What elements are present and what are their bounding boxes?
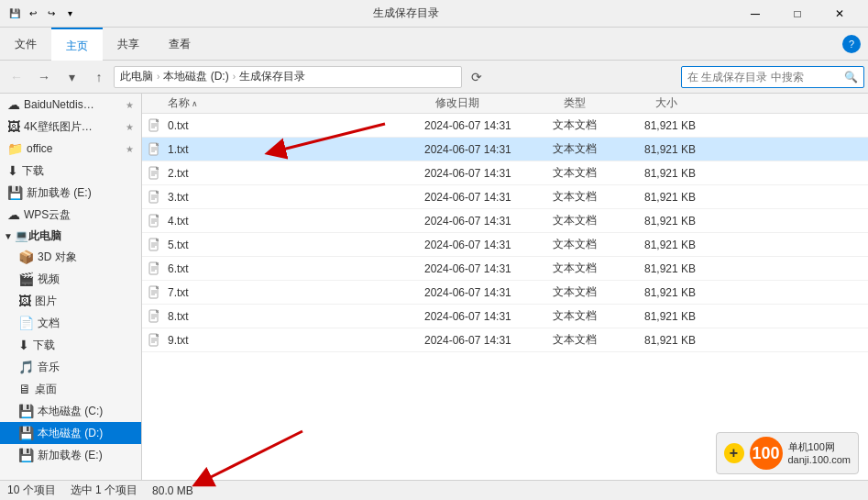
file-date: 2024-06-07 14:31: [424, 143, 553, 156]
watermark-plus-icon: +: [724, 443, 744, 463]
table-row[interactable]: 9.txt 2024-06-07 14:31 文本文档 81,921 KB: [142, 328, 868, 352]
breadcrumb-part-2[interactable]: 生成保存目录: [239, 69, 305, 84]
file-name: 7.txt: [168, 286, 424, 299]
breadcrumb[interactable]: 此电脑 › 本地磁盘 (D:) › 生成保存目录: [114, 66, 462, 88]
table-row[interactable]: 1.txt 2024-06-07 14:31 文本文档 81,921 KB: [142, 138, 868, 161]
file-icon: [146, 188, 164, 206]
table-row[interactable]: 8.txt 2024-06-07 14:31 文本文档 81,921 KB: [142, 305, 868, 328]
tab-view[interactable]: 查看: [154, 28, 205, 61]
forward-button[interactable]: →: [31, 64, 57, 90]
music-icon: 🎵: [18, 360, 34, 374]
sidebar-item-downloads2[interactable]: ⬇ 下载: [0, 334, 141, 356]
file-date: 2024-06-07 14:31: [424, 286, 553, 299]
drive-c-icon: 💾: [18, 404, 34, 418]
watermark-circle: 100: [750, 437, 783, 470]
sidebar-item-local-d[interactable]: 💾 本地磁盘 (D:): [0, 422, 141, 444]
col-header-type[interactable]: 类型: [564, 95, 655, 111]
sidebar-label-downloads2: 下载: [33, 338, 134, 353]
sidebar-item-pictures[interactable]: 🖼 图片: [0, 290, 141, 312]
col-header-date[interactable]: 修改日期: [435, 95, 564, 111]
file-type: 文本文档: [553, 237, 644, 252]
file-icon: [146, 236, 164, 254]
file-size: 81,921 KB: [644, 334, 868, 347]
save-icon[interactable]: 💾: [7, 6, 22, 21]
sidebar-item-local-c[interactable]: 💾 本地磁盘 (C:): [0, 400, 141, 422]
file-size: 81,921 KB: [644, 143, 868, 156]
sidebar-item-documents[interactable]: 📄 文档: [0, 312, 141, 334]
table-row[interactable]: 6.txt 2024-06-07 14:31 文本文档 81,921 KB: [142, 257, 868, 281]
sidebar-label-music: 音乐: [38, 360, 134, 375]
sidebar-item-wps[interactable]: ☁ WPS云盘: [0, 204, 141, 226]
drive-icon: 💾: [7, 185, 23, 200]
file-type: 文本文档: [553, 308, 644, 324]
table-row[interactable]: 7.txt 2024-06-07 14:31 文本文档 81,921 KB: [142, 281, 868, 305]
sidebar-item-office[interactable]: 📁 office ★: [0, 138, 141, 160]
table-row[interactable]: 4.txt 2024-06-07 14:31 文本文档 81,921 KB: [142, 209, 868, 233]
recent-button[interactable]: ▾: [59, 64, 84, 90]
sidebar-item-music[interactable]: 🎵 音乐: [0, 356, 141, 378]
breadcrumb-part-0[interactable]: 此电脑: [120, 69, 153, 84]
maximize-button[interactable]: □: [776, 0, 819, 28]
tab-file[interactable]: 文件: [0, 28, 51, 61]
sidebar-item-baidunetdis[interactable]: ☁ BaiduNetdis… ★: [0, 94, 141, 116]
tab-home[interactable]: 主页: [51, 28, 103, 61]
pictures-icon: 🖼: [18, 294, 31, 308]
sidebar-item-4kwallpaper[interactable]: 🖼 4K壁纸图片… ★: [0, 116, 141, 138]
sidebar-item-newvol-e2[interactable]: 💾 新加载卷 (E:): [0, 444, 141, 466]
search-box[interactable]: 🔍: [681, 66, 864, 88]
file-icon: [146, 331, 164, 350]
file-name: 5.txt: [168, 239, 424, 251]
table-row[interactable]: 2.txt 2024-06-07 14:31 文本文档 81,921 KB: [142, 161, 868, 185]
watermark-text: 单机100网 danji.100.com: [788, 440, 852, 467]
video-icon: 🎬: [18, 272, 34, 286]
redo-icon[interactable]: ↪: [44, 6, 59, 21]
desktop-icon: 🖥: [18, 382, 31, 396]
table-row[interactable]: 3.txt 2024-06-07 14:31 文本文档 81,921 KB: [142, 185, 868, 209]
file-date: 2024-06-07 14:31: [424, 119, 553, 132]
refresh-button[interactable]: ⟳: [464, 64, 489, 90]
sidebar-label-local-d: 本地磁盘 (D:): [38, 426, 134, 441]
sidebar-label-desktop: 桌面: [35, 382, 134, 397]
dropdown-icon[interactable]: ▾: [62, 6, 77, 21]
col-name-label: 名称: [168, 95, 190, 111]
documents-icon: 📄: [18, 316, 34, 330]
minimize-button[interactable]: ─: [734, 0, 776, 28]
close-button[interactable]: ✕: [819, 0, 861, 28]
sidebar-item-desktop[interactable]: 🖥 桌面: [0, 378, 141, 400]
sidebar: ☁ BaiduNetdis… ★ 🖼 4K壁纸图片… ★ 📁 office ★ …: [0, 94, 142, 480]
pin-icon-2: ★: [126, 122, 134, 132]
sidebar-label-newvol-e2: 新加载卷 (E:): [38, 448, 134, 463]
sidebar-item-videos[interactable]: 🎬 视频: [0, 268, 141, 290]
undo-icon[interactable]: ↩: [26, 6, 40, 21]
sidebar-item-newvol-e[interactable]: 💾 新加载卷 (E:): [0, 182, 141, 204]
file-size: 81,921 KB: [644, 191, 868, 204]
image-icon: 🖼: [7, 119, 20, 134]
help-button[interactable]: ?: [842, 35, 861, 53]
sidebar-group-thispc[interactable]: ▼ 💻 此电脑: [0, 226, 141, 246]
cloud-icon: ☁: [7, 97, 20, 112]
file-type: 文本文档: [553, 189, 644, 205]
sort-arrow-icon: ∧: [192, 99, 198, 108]
sidebar-item-download[interactable]: ⬇ 下载: [0, 160, 141, 182]
up-button[interactable]: ↑: [86, 64, 112, 90]
file-date: 2024-06-07 14:31: [424, 310, 553, 323]
drive-d-icon: 💾: [18, 426, 34, 440]
3d-icon: 📦: [18, 250, 34, 264]
breadcrumb-part-1[interactable]: 本地磁盘 (D:): [163, 69, 228, 84]
back-button[interactable]: ←: [4, 64, 29, 90]
file-size: 81,921 KB: [644, 310, 868, 323]
table-row[interactable]: 5.txt 2024-06-07 14:31 文本文档 81,921 KB: [142, 233, 868, 257]
sidebar-item-3dobjects[interactable]: 📦 3D 对象: [0, 246, 141, 268]
breadcrumb-sep-0: ›: [157, 72, 159, 82]
computer-icon: 💻: [15, 229, 28, 242]
status-size: 80.0 MB: [152, 484, 193, 497]
col-header-size[interactable]: 大小: [655, 95, 868, 111]
file-size: 81,921 KB: [644, 215, 868, 228]
tab-share[interactable]: 共享: [103, 28, 154, 61]
search-input[interactable]: [687, 71, 841, 83]
file-icon: [146, 117, 164, 135]
sidebar-label-local-c: 本地磁盘 (C:): [38, 404, 134, 419]
table-row[interactable]: 0.txt 2024-06-07 14:31 文本文档 81,921 KB: [142, 114, 868, 138]
file-type: 文本文档: [553, 117, 644, 133]
col-header-name[interactable]: 名称 ∧: [160, 95, 435, 111]
